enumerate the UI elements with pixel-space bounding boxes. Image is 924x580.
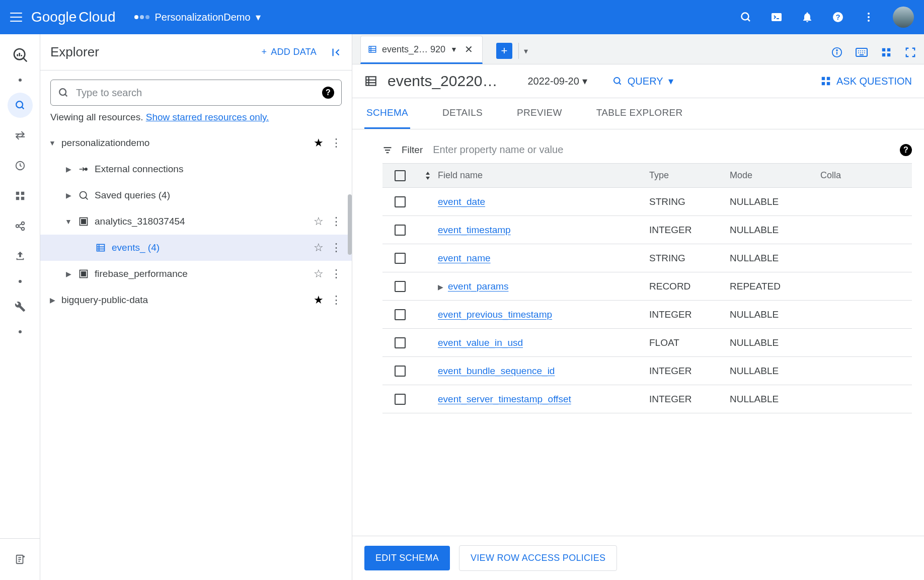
row-menu-icon[interactable]: ⋮ [329, 294, 344, 307]
filter-input[interactable] [432, 143, 891, 156]
row-checkbox[interactable] [395, 309, 406, 320]
new-tab-button[interactable]: + [496, 43, 512, 59]
rail-schedule-icon[interactable] [8, 153, 33, 178]
hamburger-icon[interactable] [10, 13, 22, 22]
expand-icon[interactable]: ▶ [438, 283, 448, 291]
cloud-shell-icon[interactable] [770, 11, 783, 24]
col-collation[interactable]: Colla [820, 170, 861, 181]
tab-details[interactable]: DETAILS [440, 98, 485, 129]
svg-rect-72 [887, 53, 890, 56]
tree-dataset-firebase[interactable]: ▶ firebase_performance ☆ ⋮ [40, 261, 352, 287]
row-checkbox[interactable] [395, 253, 406, 264]
close-icon[interactable]: ✕ [463, 41, 475, 57]
expand-icon[interactable]: ▼ [64, 218, 72, 226]
add-data-button[interactable]: + ADD DATA [261, 47, 317, 57]
rail-migrate-icon[interactable] [8, 244, 33, 269]
svg-point-36 [80, 192, 87, 198]
row-checkbox[interactable] [395, 337, 406, 348]
star-filled-icon[interactable]: ★ [314, 136, 324, 150]
col-field-name[interactable]: Field name [438, 170, 649, 181]
bigquery-icon[interactable] [8, 42, 33, 67]
rail-biengine-icon[interactable] [8, 183, 33, 208]
svg-point-63 [864, 50, 865, 51]
tab-preview[interactable]: PREVIEW [515, 98, 564, 129]
google-cloud-logo[interactable]: Google Cloud [31, 9, 115, 25]
expand-icon[interactable]: ▶ [48, 296, 56, 304]
field-link[interactable]: event_server_timestamp_offset [438, 394, 571, 404]
expand-icon[interactable]: ▼ [48, 139, 56, 147]
schema-row: event_bundle_sequence_idINTEGERNULLABLE [382, 357, 912, 385]
field-link[interactable]: event_name [438, 253, 491, 263]
star-filled-icon[interactable]: ★ [314, 294, 324, 307]
avatar[interactable] [893, 7, 914, 28]
ask-question-button[interactable]: ASK QUESTION [820, 76, 912, 87]
search-icon[interactable] [739, 11, 752, 24]
row-checkbox[interactable] [395, 394, 406, 405]
rail-settings-icon[interactable] [8, 294, 33, 319]
rail-search-icon[interactable] [8, 93, 33, 118]
tab-schema[interactable]: SCHEMA [364, 98, 410, 129]
tab-table-explorer[interactable]: TABLE EXPLORER [594, 98, 685, 129]
sort-icon[interactable] [418, 171, 438, 181]
scrollbar-thumb[interactable] [348, 194, 352, 255]
expand-icon[interactable]: ▶ [64, 191, 72, 199]
field-link[interactable]: event_bundle_sequence_id [438, 366, 555, 376]
expand-icon[interactable]: ▶ [64, 165, 72, 173]
tree-saved-queries[interactable]: ▶ Saved queries (4) [40, 182, 352, 208]
show-starred-link[interactable]: Show starred resources only. [146, 112, 269, 122]
info-icon[interactable] [831, 47, 842, 58]
field-link[interactable]: event_timestamp [438, 225, 511, 235]
row-checkbox[interactable] [395, 196, 406, 207]
field-link[interactable]: event_date [438, 196, 485, 207]
row-menu-icon[interactable]: ⋮ [329, 267, 344, 280]
tree-external[interactable]: ▶ External connections [40, 156, 352, 182]
field-mode: REPEATED [730, 281, 820, 292]
help-icon[interactable]: ? [322, 87, 334, 99]
collapse-panel-icon[interactable] [331, 47, 342, 58]
project-picker[interactable]: PersonalizationDemo ▾ [134, 11, 260, 23]
search-input[interactable] [75, 87, 316, 99]
notifications-icon[interactable] [801, 11, 814, 24]
keyboard-icon[interactable] [856, 47, 868, 57]
edit-schema-button[interactable]: EDIT SCHEMA [364, 546, 450, 570]
row-menu-icon[interactable]: ⋮ [329, 241, 344, 254]
fullscreen-icon[interactable] [905, 47, 916, 58]
view-row-policies-button[interactable]: VIEW ROW ACCESS POLICIES [459, 545, 617, 571]
help-icon[interactable]: ? [831, 11, 844, 24]
star-outline-icon[interactable]: ☆ [314, 267, 324, 280]
star-outline-icon[interactable]: ☆ [314, 215, 324, 228]
partition-date-picker[interactable]: 2022-09-20 ▾ [528, 75, 587, 87]
history-icon[interactable] [881, 47, 892, 58]
row-menu-icon[interactable]: ⋮ [329, 136, 344, 150]
expand-icon[interactable]: ▶ [64, 270, 72, 278]
more-icon[interactable] [862, 11, 875, 24]
rail-notes-icon[interactable] [8, 547, 33, 572]
search-box[interactable]: ? [50, 80, 342, 106]
col-type[interactable]: Type [649, 170, 730, 181]
editor-tab[interactable]: events_2… 920 ▼ ✕ [360, 36, 483, 64]
tree-project-public[interactable]: ▶ bigquery-public-data ★ ⋮ [40, 287, 352, 313]
logo-google: Google [31, 9, 76, 25]
field-link[interactable]: event_previous_timestamp [438, 309, 552, 320]
field-link[interactable]: event_params [448, 281, 508, 292]
select-all-checkbox[interactable] [395, 170, 406, 181]
rail-transfers-icon[interactable] [8, 123, 33, 148]
row-checkbox[interactable] [395, 366, 406, 377]
tree-project[interactable]: ▼ personalizationdemo ★ ⋮ [40, 130, 352, 156]
schema-row: event_value_in_usdFLOATNULLABLE [382, 329, 912, 357]
tree-dataset-analytics[interactable]: ▼ analytics_318037454 ☆ ⋮ [40, 208, 352, 235]
query-button[interactable]: QUERY ▾ [612, 75, 673, 87]
dropdown-icon[interactable]: ▼ [450, 45, 457, 53]
field-link[interactable]: event_value_in_usd [438, 337, 523, 348]
rail-dataflow-icon[interactable] [8, 213, 33, 239]
row-checkbox[interactable] [395, 281, 406, 292]
svg-rect-82 [827, 82, 830, 85]
col-mode[interactable]: Mode [730, 170, 820, 181]
row-menu-icon[interactable]: ⋮ [329, 215, 344, 228]
star-outline-icon[interactable]: ☆ [314, 241, 324, 254]
view-prefix: Viewing all resources. [50, 112, 146, 122]
row-checkbox[interactable] [395, 225, 406, 236]
new-tab-dropdown-icon[interactable]: ▾ [518, 43, 530, 59]
tree-table-events[interactable]: events_ (4) ☆ ⋮ [40, 235, 352, 261]
help-icon[interactable]: ? [900, 144, 912, 156]
